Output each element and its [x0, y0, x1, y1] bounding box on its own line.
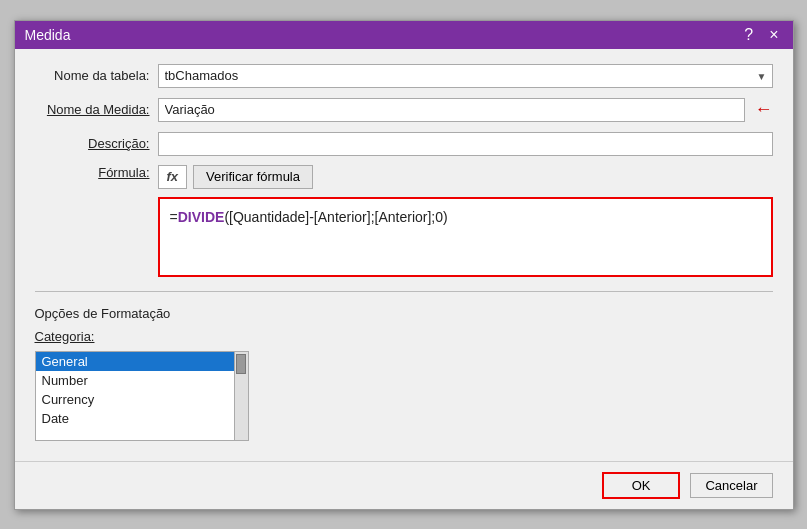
title-bar: Medida ? ×: [15, 21, 793, 49]
ok-button[interactable]: OK: [602, 472, 681, 499]
dialog-body: Nome da tabela: tbChamados ▼ Nome da Med…: [15, 49, 793, 461]
formula-section: Fórmula: fx Verificar fórmula =DIVIDE([Q…: [35, 165, 773, 277]
formula-box[interactable]: =DIVIDE([Quantidade]-[Anterior];[Anterio…: [158, 197, 773, 277]
formula-label-col: Fórmula:: [35, 165, 150, 180]
cancel-button[interactable]: Cancelar: [690, 473, 772, 498]
description-input[interactable]: [158, 132, 773, 156]
listbox-item[interactable]: Date: [36, 409, 234, 428]
scrollbar-thumb: [236, 354, 246, 374]
table-name-select[interactable]: tbChamados: [158, 64, 773, 88]
bottom-bar: OK Cancelar: [15, 461, 793, 509]
formula-keyword: DIVIDE: [178, 209, 225, 225]
medida-dialog: Medida ? × Nome da tabela: tbChamados ▼ …: [14, 20, 794, 510]
format-options-label: Opções de Formatação: [35, 306, 773, 321]
measure-name-input-wrapper: ←: [158, 98, 773, 122]
title-bar-buttons: ? ×: [740, 27, 782, 43]
category-label: Categoria:: [35, 329, 773, 344]
formula-right-col: fx Verificar fórmula =DIVIDE([Quantidade…: [158, 165, 773, 277]
description-row: Descrição:: [35, 131, 773, 157]
description-label: Descrição:: [35, 136, 150, 151]
listbox-item[interactable]: General: [36, 352, 234, 371]
fx-button[interactable]: fx: [158, 165, 188, 189]
listbox-item[interactable]: Currency: [36, 390, 234, 409]
formula-label: Fórmula:: [98, 165, 149, 180]
dialog-title: Medida: [25, 27, 71, 43]
help-button[interactable]: ?: [740, 27, 757, 43]
category-listbox[interactable]: GeneralNumberCurrencyDate: [35, 351, 235, 441]
format-options-section: Opções de Formatação Categoria: GeneralN…: [35, 306, 773, 441]
table-name-label: Nome da tabela:: [35, 68, 150, 83]
verify-formula-button[interactable]: Verificar fórmula: [193, 165, 313, 189]
measure-name-row: Nome da Medida: ←: [35, 97, 773, 123]
table-name-row: Nome da tabela: tbChamados ▼: [35, 63, 773, 89]
measure-name-label: Nome da Medida:: [35, 102, 150, 117]
formula-toolbar: fx Verificar fórmula: [158, 165, 773, 189]
measure-name-input[interactable]: [158, 98, 745, 122]
close-button[interactable]: ×: [765, 27, 782, 43]
formula-args: ([Quantidade]-[Anterior];[Anterior];0): [224, 209, 447, 225]
divider: [35, 291, 773, 292]
table-name-select-wrapper: tbChamados ▼: [158, 64, 773, 88]
formula-equals: =: [170, 209, 178, 225]
listbox-item[interactable]: Number: [36, 371, 234, 390]
category-listbox-wrapper: GeneralNumberCurrencyDate: [35, 351, 773, 441]
category-scrollbar[interactable]: [235, 351, 249, 441]
arrow-indicator: ←: [755, 99, 773, 120]
